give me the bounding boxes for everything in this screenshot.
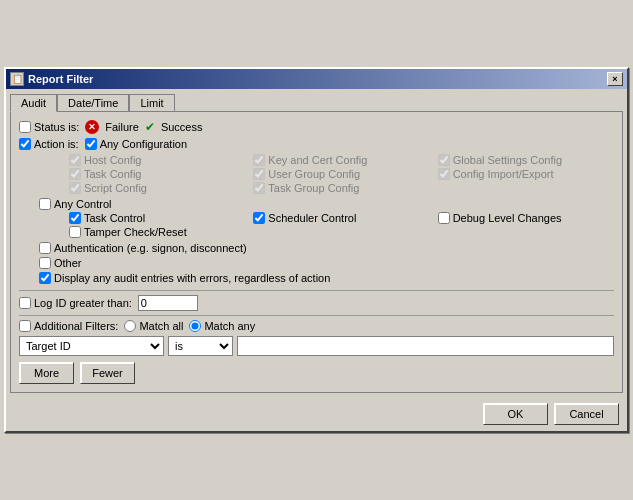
host-config-label[interactable]: Host Config	[69, 154, 245, 166]
display-errors-label[interactable]: Display any audit entries with errors, r…	[39, 272, 614, 284]
additional-filters-label[interactable]: Additional Filters:	[19, 320, 118, 332]
any-control-text: Any Control	[54, 198, 111, 210]
match-any-radio[interactable]	[189, 320, 201, 332]
display-errors-checkbox[interactable]	[39, 272, 51, 284]
task-config-checkbox	[69, 168, 81, 180]
host-config-text: Host Config	[84, 154, 141, 166]
scheduler-control-checkbox[interactable]	[253, 212, 265, 224]
action-checkbox[interactable]	[19, 138, 31, 150]
target-select[interactable]: Target ID Source IP Username Action	[19, 336, 164, 356]
any-control-row: Any Control	[39, 198, 614, 210]
debug-level-checkbox[interactable]	[438, 212, 450, 224]
other-text: Other	[54, 257, 82, 269]
task-control-label[interactable]: Task Control	[69, 212, 245, 224]
auth-row: Authentication (e.g. signon, disconnect)	[39, 242, 614, 254]
any-config-checkbox[interactable]	[85, 138, 97, 150]
any-control-checkbox[interactable]	[39, 198, 51, 210]
match-all-text: Match all	[139, 320, 183, 332]
task-config-label[interactable]: Task Config	[69, 168, 245, 180]
auth-label[interactable]: Authentication (e.g. signon, disconnect)	[39, 242, 614, 254]
window-title: Report Filter	[28, 73, 93, 85]
success-label-wrap[interactable]: Success	[161, 121, 203, 133]
cancel-button[interactable]: Cancel	[554, 403, 619, 425]
other-label[interactable]: Other	[39, 257, 614, 269]
global-settings-label[interactable]: Global Settings Config	[438, 154, 614, 166]
log-id-checkbox[interactable]	[19, 297, 31, 309]
user-group-config-checkbox	[253, 168, 265, 180]
config-items-grid: Host Config Key and Cert Config Global S…	[69, 154, 614, 194]
status-checkbox[interactable]	[19, 121, 31, 133]
task-group-config-text: Task Group Config	[268, 182, 359, 194]
any-config-label: Any Configuration	[100, 138, 187, 150]
failure-label-wrap[interactable]: Failure	[105, 121, 139, 133]
task-config-text: Task Config	[84, 168, 141, 180]
auth-checkbox[interactable]	[39, 242, 51, 254]
key-cert-config-label[interactable]: Key and Cert Config	[253, 154, 429, 166]
additional-filters-checkbox[interactable]	[19, 320, 31, 332]
tamper-check-checkbox[interactable]	[69, 226, 81, 238]
action-row: Action is: Any Configuration	[19, 138, 614, 150]
log-id-checkbox-label[interactable]: Log ID greater than:	[19, 297, 132, 309]
other-row: Other	[39, 257, 614, 269]
tab-datetime[interactable]: Date/Time	[57, 94, 129, 112]
script-config-text: Script Config	[84, 182, 147, 194]
tamper-check-text: Tamper Check/Reset	[84, 226, 187, 238]
display-errors-row: Display any audit entries with errors, r…	[39, 272, 614, 284]
close-button[interactable]: ×	[607, 72, 623, 86]
config-import-text: Config Import/Export	[453, 168, 554, 180]
bottom-bar: OK Cancel	[6, 397, 627, 431]
tab-bar: Audit Date/Time Limit	[10, 93, 623, 111]
tamper-check-label[interactable]: Tamper Check/Reset	[69, 226, 245, 238]
success-icon: ✔	[145, 120, 155, 134]
scheduler-control-text: Scheduler Control	[268, 212, 356, 224]
debug-level-text: Debug Level Changes	[453, 212, 562, 224]
log-id-row: Log ID greater than: 0	[19, 295, 614, 311]
config-import-checkbox	[438, 168, 450, 180]
user-group-config-label[interactable]: User Group Config	[253, 168, 429, 180]
action-label: Action is:	[34, 138, 79, 150]
task-group-config-label[interactable]: Task Group Config	[253, 182, 429, 194]
more-button[interactable]: More	[19, 362, 74, 384]
divider1	[19, 290, 614, 291]
window-icon: 📋	[10, 72, 24, 86]
divider2	[19, 315, 614, 316]
script-config-checkbox	[69, 182, 81, 194]
title-bar: 📋 Report Filter ×	[6, 69, 627, 89]
debug-level-label[interactable]: Debug Level Changes	[438, 212, 614, 224]
audit-tab-content: Status is: ✕ Failure ✔ Success Action is…	[10, 111, 623, 393]
other-checkbox[interactable]	[39, 257, 51, 269]
status-checkbox-label[interactable]: Status is:	[19, 121, 79, 133]
more-fewer-row: More Fewer	[19, 362, 614, 384]
key-cert-text: Key and Cert Config	[268, 154, 367, 166]
log-id-input[interactable]: 0	[138, 295, 198, 311]
status-label: Status is:	[34, 121, 79, 133]
additional-filters-text: Additional Filters:	[34, 320, 118, 332]
action-checkbox-label[interactable]: Action is:	[19, 138, 79, 150]
report-filter-window: 📋 Report Filter × Audit Date/Time Limit …	[4, 67, 629, 433]
config-import-label[interactable]: Config Import/Export	[438, 168, 614, 180]
match-all-label[interactable]: Match all	[124, 320, 183, 332]
key-cert-checkbox	[253, 154, 265, 166]
condition-select[interactable]: is is not contains	[168, 336, 233, 356]
tab-audit[interactable]: Audit	[10, 94, 57, 112]
match-any-label[interactable]: Match any	[189, 320, 255, 332]
any-control-label[interactable]: Any Control	[39, 198, 614, 210]
task-control-text: Task Control	[84, 212, 145, 224]
control-items-grid: Task Control Scheduler Control Debug Lev…	[69, 212, 614, 238]
fewer-button[interactable]: Fewer	[80, 362, 135, 384]
script-config-label[interactable]: Script Config	[69, 182, 245, 194]
additional-filters-row: Additional Filters: Match all Match any	[19, 320, 614, 332]
task-control-checkbox[interactable]	[69, 212, 81, 224]
any-config-label-wrap[interactable]: Any Configuration	[85, 138, 187, 150]
scheduler-control-label[interactable]: Scheduler Control	[253, 212, 429, 224]
tab-limit[interactable]: Limit	[129, 94, 174, 112]
match-any-text: Match any	[204, 320, 255, 332]
failure-icon: ✕	[85, 120, 99, 134]
task-group-config-checkbox	[253, 182, 265, 194]
auth-text: Authentication (e.g. signon, disconnect)	[54, 242, 247, 254]
match-all-radio[interactable]	[124, 320, 136, 332]
status-row: Status is: ✕ Failure ✔ Success	[19, 120, 614, 134]
success-label: Success	[161, 121, 203, 133]
filter-value-input[interactable]	[237, 336, 614, 356]
ok-button[interactable]: OK	[483, 403, 548, 425]
